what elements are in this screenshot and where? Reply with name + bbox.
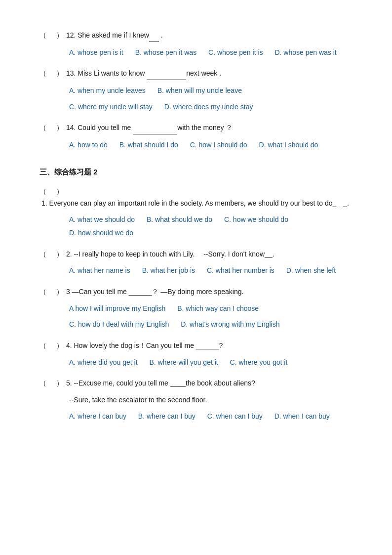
question-s2-1-text: 1. Everyone can play an important role i…	[39, 198, 349, 210]
bracket-s2-5-close: ）	[56, 378, 63, 389]
question-s2-5-line: （ ） 5. --Excuse me, could you tell me __…	[39, 378, 353, 389]
bracket-s2-3: （	[39, 286, 46, 298]
option-s2-1-a: A. what we should do	[69, 213, 135, 226]
option-s2-2-c: C. what her number is	[207, 264, 274, 277]
question-14-options: A. how to do B. what should I do C. how …	[39, 138, 353, 152]
question-13: （ ） 13. Miss Li wants to know next week …	[39, 68, 353, 113]
bracket-13: （	[39, 68, 46, 80]
bracket-12: （	[39, 30, 46, 42]
answer-space-13	[47, 68, 56, 80]
bracket-12-close: ）	[56, 30, 63, 42]
answer-space-12	[47, 30, 56, 42]
option-s2-4-a: A. where did you get it	[69, 356, 138, 369]
option-s2-5-a: A. where I can buy	[69, 410, 126, 423]
question-s2-4-text: 4. How lovely the dog is！Can you tell me…	[64, 340, 223, 352]
option-13-d: D. where does my uncle stay	[164, 100, 253, 114]
option-s2-1-b: B. what should we do	[147, 213, 212, 226]
question-s2-2: （ ） 2. --I really hope to keep in touch …	[39, 249, 353, 277]
question-s2-3-text: 3 —Can you tell me ______？ —By doing mor…	[64, 286, 243, 298]
section2-title: 三、综合练习题 2	[39, 168, 98, 176]
question-12-line: （ ） 12. She asked me if I knew .	[39, 30, 353, 42]
bracket-13-close: ）	[56, 68, 63, 80]
question-12-text: 12. She asked me if I knew .	[64, 30, 163, 42]
answer-space-s2-4	[47, 340, 56, 352]
question-13-line: （ ） 13. Miss Li wants to know next week …	[39, 68, 353, 80]
option-s2-3-d: D. what's wrong with my English	[181, 318, 279, 331]
question-s2-5: （ ） 5. --Excuse me, could you tell me __…	[39, 378, 353, 423]
option-12-c: C. whose pen it is	[208, 46, 263, 59]
bracket-s2-3-close: ）	[56, 286, 63, 298]
option-s2-1-c: C. how we should do	[224, 213, 288, 226]
bracket-14-close: ）	[56, 122, 63, 134]
question-s2-2-text: 2. --I really hope to keep in touch with…	[64, 249, 274, 260]
question-s2-5-options: A. where I can buy B. where can I buy C.…	[39, 410, 353, 423]
question-s2-2-options: A. what her name is B. what her job is C…	[39, 264, 353, 277]
option-12-a: A. whose pen is it	[69, 46, 123, 59]
answer-space-14	[47, 122, 56, 134]
question-13-options-1: A. when my uncle leaves B. when will my …	[39, 84, 353, 97]
bracket-s2-2: （	[39, 249, 46, 260]
question-12-options: A. whose pen is it B. whose pen it was C…	[39, 46, 353, 59]
option-12-d: D. whose pen was it	[274, 46, 336, 59]
question-s2-5-reply: --Sure, take the escalator to the second…	[39, 393, 353, 407]
question-s2-2-line: （ ） 2. --I really hope to keep in touch …	[39, 249, 353, 260]
option-13-c: C. where my uncle will stay	[69, 100, 153, 114]
answer-space-s2-3	[47, 286, 56, 298]
option-s2-5-b: B. where can I buy	[138, 410, 196, 423]
question-14: （ ） 14. Could you tell me with the money…	[39, 122, 353, 151]
option-s2-1-d: D. how should we do	[69, 226, 133, 240]
bracket-s2-4: （	[39, 340, 46, 352]
question-14-line: （ ） 14. Could you tell me with the money…	[39, 122, 353, 134]
option-14-d: D. what I should do	[259, 138, 318, 152]
question-12: （ ） 12. She asked me if I knew . A. whos…	[39, 30, 353, 59]
option-13-b: B. when will my uncle leave	[157, 84, 242, 97]
option-s2-2-a: A. what her name is	[69, 264, 130, 277]
bracket-s2-1: （	[39, 186, 46, 198]
option-s2-3-a: A how I will improve my English	[69, 302, 165, 315]
option-s2-3-b: B. which way can I choose	[177, 302, 259, 315]
option-s2-5-d: D. when I can buy	[274, 410, 330, 423]
bracket-14: （	[39, 122, 46, 134]
question-s2-1-options: A. what we should do B. what should we d…	[39, 213, 353, 239]
question-14-text: 14. Could you tell me with the money ？	[64, 122, 233, 134]
question-s2-4-options: A. where did you get it B. where will yo…	[39, 356, 353, 369]
question-13-text: 13. Miss Li wants to know next week .	[64, 68, 221, 80]
question-s2-1-line: （ ） 1. Everyone can play an important ro…	[39, 186, 353, 210]
answer-space-s2-1	[47, 186, 56, 198]
question-s2-4-line: （ ） 4. How lovely the dog is！Can you tel…	[39, 340, 353, 352]
option-14-a: A. how to do	[69, 138, 108, 152]
bracket-s2-2-close: ）	[56, 249, 63, 260]
option-s2-2-d: D. when she left	[286, 264, 336, 277]
question-s2-5-text-1: 5. --Excuse me, could you tell me ____th…	[64, 378, 255, 389]
answer-space-s2-5	[47, 378, 56, 389]
question-13-options-2: C. where my uncle will stay D. where doe…	[39, 100, 353, 114]
question-s2-3: （ ） 3 —Can you tell me ______？ —By doing…	[39, 286, 353, 331]
bracket-s2-4-close: ）	[56, 340, 63, 352]
option-13-a: A. when my uncle leaves	[69, 84, 146, 97]
question-s2-3-options-2: C. how do I deal with my English D. what…	[39, 318, 353, 331]
question-s2-3-line: （ ） 3 —Can you tell me ______？ —By doing…	[39, 286, 353, 298]
bracket-s2-5: （	[39, 378, 46, 389]
option-12-b: B. whose pen it was	[135, 46, 197, 59]
question-s2-4: （ ） 4. How lovely the dog is！Can you tel…	[39, 340, 353, 369]
option-s2-3-c: C. how do I deal with my English	[69, 318, 169, 331]
bracket-s2-1-close: ）	[56, 186, 63, 198]
answer-space-s2-2	[47, 249, 56, 260]
question-s2-1: （ ） 1. Everyone can play an important ro…	[39, 186, 353, 240]
option-s2-4-b: B. where will you get it	[149, 356, 218, 369]
question-s2-3-options-1: A how I will improve my English B. which…	[39, 302, 353, 315]
option-s2-4-c: C. where you got it	[230, 356, 288, 369]
option-s2-5-c: C. when can I buy	[207, 410, 263, 423]
section2-header: 三、综合练习题 2	[39, 168, 353, 177]
option-14-c: C. how I should do	[190, 138, 247, 152]
option-s2-2-b: B. what her job is	[142, 264, 195, 277]
option-14-b: B. what should I do	[119, 138, 178, 152]
